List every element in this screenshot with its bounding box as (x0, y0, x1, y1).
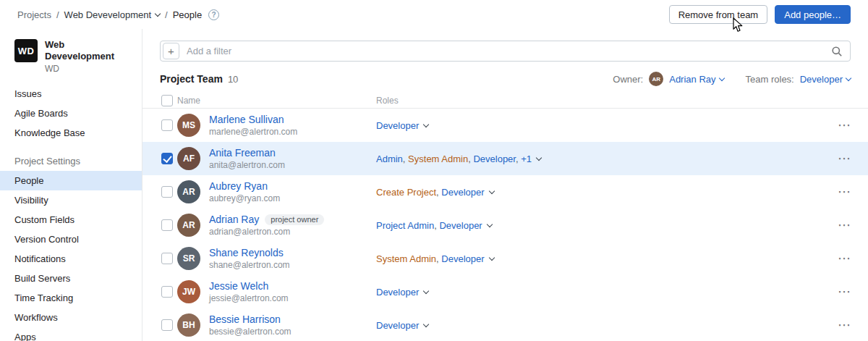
breadcrumb: Projects / Web Devevelopment / People ? (17, 9, 219, 20)
member-name[interactable]: Marlene Sullivan (209, 114, 284, 125)
search-icon[interactable] (831, 46, 843, 57)
roles-list: Developer (376, 320, 419, 331)
more-options-button[interactable]: ⋯ (838, 319, 851, 332)
table-row: MS Marlene Sullivan marlene@alertron.com… (142, 109, 868, 142)
chevron-down-icon[interactable] (424, 324, 428, 327)
chevron-down-icon[interactable] (490, 258, 494, 260)
member-name[interactable]: Jessie Welch (209, 280, 268, 292)
sidebar-item-label: Apps (14, 332, 36, 341)
role-link[interactable]: Developer (473, 153, 516, 164)
member-name[interactable]: Bessie Harrison (209, 313, 281, 325)
role-link[interactable]: System Admin (408, 153, 468, 164)
chevron-down-icon (718, 75, 724, 80)
role-link[interactable]: Project Admin (376, 220, 434, 231)
row-checkbox[interactable] (161, 186, 173, 198)
breadcrumb-page[interactable]: People (173, 9, 202, 20)
sidebar-item-knowledge-base[interactable]: Knowledge Base (0, 123, 142, 143)
project-card[interactable]: WD Web Devevelopment WD (0, 39, 142, 84)
avatar: SR (177, 247, 200, 270)
sidebar-item-label: Time Tracking (14, 292, 73, 303)
sidebar-settings-nav: People Visibility Custom Fields Version … (0, 171, 142, 341)
more-options-button[interactable]: ⋯ (838, 219, 851, 232)
page-layout: WD Web Devevelopment WD Issues Agile Boa… (0, 29, 868, 341)
breadcrumb-separator: / (56, 9, 59, 20)
sidebar-item-visibility[interactable]: Visibility (0, 190, 142, 210)
row-checkbox[interactable] (161, 219, 173, 231)
role-link[interactable]: Developer (439, 220, 482, 231)
breadcrumb-project-label: Web Devevelopment (64, 9, 151, 20)
role-link[interactable]: Developer (376, 320, 419, 331)
team-roles-select[interactable]: Developer (800, 74, 851, 85)
remove-from-team-button[interactable]: Remove from team (669, 5, 768, 24)
role-link[interactable]: Developer (376, 120, 419, 131)
sidebar-item-custom-fields[interactable]: Custom Fields (0, 210, 142, 230)
more-options-button[interactable]: ⋯ (838, 285, 851, 298)
project-avatar: WD (14, 39, 38, 62)
role-link[interactable]: Developer (376, 287, 419, 298)
role-link[interactable]: +1 (521, 153, 532, 164)
table-row: AR Aubrey Ryan aubrey@ryan.com Create Pr… (142, 175, 868, 209)
more-options-button[interactable]: ⋯ (838, 119, 851, 132)
roles-list: Developer (376, 120, 419, 131)
sidebar-item-label: Version Control (14, 234, 79, 245)
table-header: Name Roles (142, 93, 868, 109)
member-email: aubrey@ryan.com (209, 193, 376, 203)
row-checkbox[interactable] (161, 253, 173, 264)
role-link[interactable]: Admin (376, 153, 403, 164)
row-checkbox[interactable] (161, 319, 173, 331)
breadcrumb-project[interactable]: Web Devevelopment (64, 9, 160, 20)
sidebar-item-build-servers[interactable]: Build Servers (0, 269, 142, 288)
role-link[interactable]: System Admin (376, 253, 436, 264)
filter-input[interactable] (187, 46, 831, 56)
row-checkbox[interactable] (161, 153, 173, 164)
roles-list: Project Admin, Developer (376, 220, 482, 231)
add-filter-button[interactable]: + (163, 43, 179, 59)
chevron-down-icon[interactable] (490, 191, 494, 193)
sidebar-item-version-control[interactable]: Version Control (0, 230, 142, 249)
member-name[interactable]: Aubrey Ryan (209, 180, 268, 192)
owner-select[interactable]: Adrian Ray (669, 74, 723, 85)
member-name[interactable]: Adrian Ray (209, 214, 259, 225)
more-options-button[interactable]: ⋯ (838, 252, 851, 265)
sidebar-item-people[interactable]: People (0, 171, 142, 190)
sidebar-item-apps[interactable]: Apps (0, 327, 142, 341)
sidebar-item-label: Custom Fields (14, 214, 75, 225)
sidebar-item-label: Notifications (14, 253, 66, 264)
member-name[interactable]: Shane Reynolds (209, 247, 284, 258)
member-email: jessie@alertron.com (209, 293, 376, 303)
chevron-down-icon[interactable] (537, 158, 541, 160)
role-link[interactable]: Developer (441, 253, 484, 264)
row-checkbox[interactable] (161, 286, 173, 298)
avatar: JW (177, 280, 200, 303)
sidebar-item-workflows[interactable]: Workflows (0, 308, 142, 327)
topbar-actions: Remove from team Add people… (669, 5, 851, 24)
app-root: Projects / Web Devevelopment / People ? … (0, 0, 868, 341)
chevron-down-icon[interactable] (424, 291, 428, 293)
add-people-button[interactable]: Add people… (775, 5, 851, 24)
sidebar-item-label: Agile Boards (14, 108, 68, 119)
breadcrumb-projects[interactable]: Projects (17, 9, 51, 20)
sidebar-item-issues[interactable]: Issues (0, 84, 142, 104)
select-all-checkbox[interactable] (161, 95, 173, 106)
role-link[interactable]: Developer (441, 187, 484, 198)
table-row: BH Bessie Harrison bessie@alertron.com D… (142, 308, 868, 341)
role-link[interactable]: Create Project (376, 187, 436, 198)
team-count: 10 (228, 74, 238, 85)
row-checkbox[interactable] (161, 119, 173, 131)
member-name[interactable]: Anita Freeman (209, 147, 276, 159)
more-options-button[interactable]: ⋯ (838, 152, 851, 165)
sidebar-item-time-tracking[interactable]: Time Tracking (0, 288, 142, 308)
chevron-down-icon[interactable] (424, 125, 428, 127)
more-options-button[interactable]: ⋯ (838, 185, 851, 198)
owner-name: Adrian Ray (669, 74, 715, 85)
column-header-name: Name (177, 96, 376, 106)
chevron-down-icon[interactable] (488, 224, 492, 227)
sidebar-item-agile-boards[interactable]: Agile Boards (0, 104, 142, 123)
roles-list: Admin, System Admin, Developer, +1 (376, 153, 532, 164)
chevron-down-icon (155, 10, 161, 16)
roles-list: Developer (376, 287, 419, 298)
avatar: BH (177, 313, 200, 337)
help-icon[interactable]: ? (208, 9, 219, 20)
team-roles-label: Team roles: (746, 74, 794, 85)
sidebar-item-notifications[interactable]: Notifications (0, 249, 142, 269)
